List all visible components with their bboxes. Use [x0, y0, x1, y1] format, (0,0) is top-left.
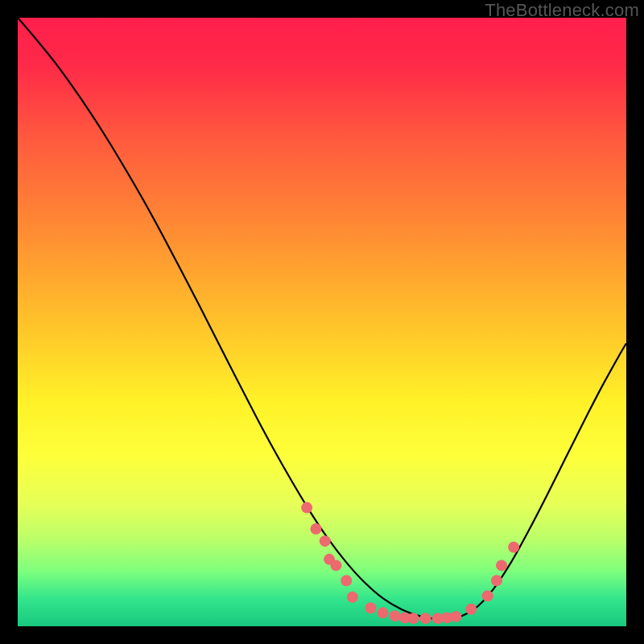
marker-point: [420, 613, 431, 624]
marker-point: [450, 611, 461, 622]
marker-point: [330, 559, 341, 571]
marker-point: [465, 604, 477, 615]
marker-point: [390, 610, 401, 621]
marker-point: [407, 613, 419, 624]
marker-point: [378, 607, 389, 618]
marker-point: [301, 502, 312, 514]
chart-svg: [18, 18, 626, 626]
plot-area: [18, 18, 626, 626]
marker-point: [496, 559, 507, 571]
marker-point: [347, 592, 358, 603]
watermark-text: TheBottleneck.com: [485, 0, 639, 21]
marker-point: [320, 535, 331, 547]
marker-point: [341, 575, 352, 586]
gradient-background: [18, 18, 626, 626]
chart-frame: TheBottleneck.com: [0, 0, 644, 644]
marker-point: [508, 542, 519, 553]
marker-point: [482, 590, 493, 601]
marker-point: [310, 523, 321, 535]
marker-point: [365, 602, 376, 613]
marker-point: [491, 575, 502, 586]
